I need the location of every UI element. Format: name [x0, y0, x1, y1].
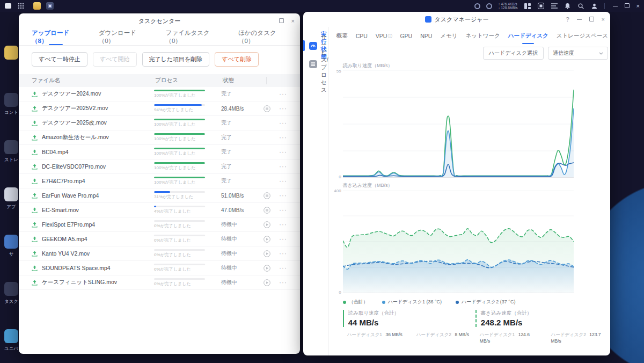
table-row[interactable]: DC-EliteVSDC07Pro.mov100%が完了しました完了···: [19, 159, 300, 174]
task-list-icon[interactable]: [551, 2, 558, 10]
upload-file-icon: [32, 251, 38, 257]
row-menu-button[interactable]: ···: [276, 192, 287, 199]
sidebar-item-services-processes[interactable]: サービス/プロセス: [303, 55, 328, 73]
status-text: 完了: [221, 134, 264, 141]
table-row[interactable]: Kanto YU4 V2.mov0%が完了しました待機中···: [19, 246, 300, 261]
row-menu-button[interactable]: ···: [276, 90, 287, 98]
pause-button[interactable]: [264, 207, 276, 214]
table-row[interactable]: Amazon新生活セール.mov100%が完了しました完了···: [19, 130, 300, 145]
task-manager-app-icon: [425, 16, 431, 23]
network-speed-indicator[interactable]: ↑ 476.4KB/s ↓ 128.8MB/s: [498, 2, 517, 10]
toolbar-button[interactable]: すべて開始: [93, 52, 137, 67]
status-text: 完了: [221, 177, 264, 185]
row-menu-button[interactable]: ···: [276, 235, 287, 243]
task-center-titlebar[interactable]: タスクセンター ×: [19, 13, 300, 28]
tab-inactive[interactable]: ファイルタスク（0）: [165, 28, 220, 45]
file-name: EarFun Wave Pro.mp4: [42, 192, 99, 199]
tab-概要[interactable]: 概要: [336, 27, 348, 45]
minimize-icon[interactable]: [577, 17, 582, 23]
device-status-icon[interactable]: [537, 2, 545, 10]
chart-legend: （合計）ハードディスク1 (36 °C)ハードディスク2 (37 °C): [343, 299, 608, 306]
tab-メモリ[interactable]: メモリ: [440, 27, 457, 45]
desktop-shortcut[interactable]: コント: [2, 93, 20, 116]
desktop-minimize-icon[interactable]: [613, 3, 618, 9]
notifications-bell-icon[interactable]: [564, 2, 572, 10]
row-menu-button[interactable]: ···: [276, 221, 287, 228]
legend-item[interactable]: ハードディスク1 (36 °C): [382, 299, 442, 306]
desktop-shortcut[interactable]: ユニバ: [2, 329, 20, 352]
desktop-shortcut[interactable]: アプ: [2, 187, 20, 210]
desktop-shortcut[interactable]: [2, 46, 20, 62]
desktop-shortcut[interactable]: タスク: [2, 282, 20, 305]
tab-CPU[interactable]: CPU: [356, 27, 368, 45]
start-button[interactable]: [264, 265, 276, 272]
tab-inactive[interactable]: ダウンロード（0）: [99, 28, 148, 45]
progress-text: 31%が完了しました: [154, 194, 221, 200]
chevron-down-icon: [599, 52, 603, 55]
row-menu-button[interactable]: ···: [276, 206, 287, 214]
tab-inactive[interactable]: ほかのタスク（0）: [238, 28, 287, 45]
table-row[interactable]: EarFun Wave Pro.mp431%が完了しました51.0MB/s···: [19, 188, 300, 203]
row-menu-button[interactable]: ···: [276, 264, 287, 272]
speed-type-dropdown[interactable]: 通信速度: [548, 47, 608, 60]
start-button[interactable]: [264, 221, 276, 228]
search-icon[interactable]: [577, 2, 585, 10]
table-row[interactable]: デスクツアー2024.mov100%が完了しました完了···: [19, 87, 300, 101]
tab-ストレージスペース[interactable]: ストレージスペース: [557, 27, 608, 45]
tab-active[interactable]: アップロード（8）: [32, 28, 80, 45]
delete-all-button[interactable]: すべて削除: [215, 52, 259, 67]
taskbar-files-app-icon[interactable]: [33, 2, 41, 10]
tab-ネットワーク[interactable]: ネットワーク: [466, 27, 500, 45]
table-row[interactable]: デスクツアー2025V2.mov94%が完了しました28.4MB/s···: [19, 101, 300, 116]
desktop-maximize-icon[interactable]: [625, 3, 630, 9]
close-icon[interactable]: ×: [602, 17, 605, 23]
desktop-close-icon[interactable]: ×: [636, 3, 640, 9]
close-icon[interactable]: ×: [291, 18, 295, 24]
pause-button[interactable]: [264, 192, 276, 199]
progress-text: 100%が完了しました: [154, 150, 221, 156]
legend-item[interactable]: ハードディスク2 (37 °C): [456, 299, 515, 306]
row-menu-button[interactable]: ···: [276, 163, 287, 170]
taskbar-taskmanager-app-icon[interactable]: [46, 2, 54, 10]
row-menu-button[interactable]: ···: [276, 105, 287, 112]
tab-VPU[interactable]: VPUⓘ: [376, 27, 392, 45]
legend-label: ハードディスク1 (36 °C): [388, 299, 442, 306]
tab-GPU[interactable]: GPU: [400, 27, 412, 45]
maximize-icon[interactable]: [589, 17, 594, 23]
table-row[interactable]: ケースフィニットSLING.mov0%が完了しました待機中···: [19, 275, 300, 290]
table-row[interactable]: BC04.mp4100%が完了しました完了···: [19, 145, 300, 159]
table-row[interactable]: SOUNDPEATS Space.mp40%が完了しました待機中···: [19, 261, 300, 275]
toolbar-button[interactable]: 完了した項目を削除: [142, 52, 210, 67]
help-icon[interactable]: ?: [566, 17, 569, 23]
start-button[interactable]: [264, 236, 276, 243]
user-account-icon[interactable]: [591, 2, 598, 10]
row-menu-button[interactable]: ···: [276, 250, 287, 257]
table-row[interactable]: FlexiSpot E7Pro.mp40%が完了しました待機中···: [19, 217, 300, 232]
table-row[interactable]: GEEKOM A5.mp40%が完了しました待機中···: [19, 232, 300, 246]
task-manager-titlebar[interactable]: タスクマネージャー ? ×: [303, 12, 610, 27]
tab-NPU[interactable]: NPU: [420, 27, 432, 45]
desktop-shortcut[interactable]: ストレ: [2, 140, 20, 163]
desktop-shortcut[interactable]: サ: [2, 235, 20, 258]
toolbar-button[interactable]: すべて一時停止: [32, 52, 87, 67]
table-row[interactable]: EC-Smart.mov4%が完了しました47.0MB/s···: [19, 203, 300, 217]
ram-gauge-icon[interactable]: [486, 3, 492, 9]
start-button[interactable]: [264, 279, 276, 286]
table-row[interactable]: E7H&C7Pro.mp4100%が完了しました完了···: [19, 174, 300, 188]
cpu-gauge-icon[interactable]: [474, 3, 480, 9]
widgets-icon[interactable]: [524, 2, 531, 10]
maximize-icon[interactable]: [279, 18, 284, 24]
tab-ハードディスク[interactable]: ハードディスク: [508, 27, 548, 45]
row-menu-button[interactable]: ···: [276, 177, 287, 185]
row-menu-button[interactable]: ···: [276, 148, 287, 156]
pause-button[interactable]: [264, 105, 276, 112]
row-menu-button[interactable]: ···: [276, 119, 287, 127]
show-desktop-icon[interactable]: [4, 2, 12, 10]
row-menu-button[interactable]: ···: [276, 134, 287, 141]
start-button[interactable]: [264, 250, 276, 257]
app-grid-icon[interactable]: [17, 2, 25, 10]
table-row[interactable]: デスクツアー2025改.mov100%が完了しました完了···: [19, 116, 300, 130]
legend-item[interactable]: （合計）: [343, 299, 368, 306]
row-menu-button[interactable]: ···: [276, 279, 287, 286]
disk-select-button[interactable]: ハードディスク選択: [483, 47, 544, 60]
